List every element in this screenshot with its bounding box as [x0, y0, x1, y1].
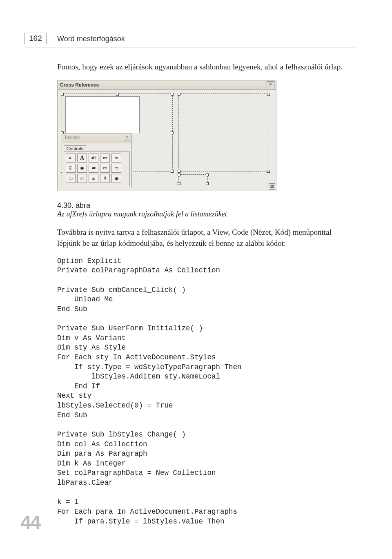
tool-spin-icon[interactable]: ⇕ [100, 174, 110, 183]
body-paragraph-2: Továbbra is nyitva tartva a felhasználói… [57, 227, 355, 249]
resize-handle[interactable] [171, 170, 174, 173]
tool-image-icon[interactable]: ▣ [111, 174, 121, 183]
listbox-placeholder[interactable] [65, 96, 140, 133]
running-head: Word mesterfogások [57, 35, 125, 43]
tool-option-icon[interactable]: ◉ [77, 164, 87, 173]
page-number: 162 [24, 33, 47, 44]
resize-handle[interactable] [116, 93, 119, 96]
toolbox-body: ▸ A abl ▭ ▭ ☑ ◉ ⇌ ▭ ▭ [64, 151, 130, 186]
resize-handle[interactable] [178, 174, 180, 176]
resize-handle[interactable] [267, 170, 270, 173]
tool-scrollbar-icon[interactable]: ≡ [89, 174, 98, 183]
tool-multipage-icon[interactable]: ▭ [77, 174, 87, 183]
form-design-canvas[interactable]: Toolbox × Controls ▸ A abl ▭ ▭ [60, 93, 274, 188]
intro-paragraph: Fontos, hogy ezek az eljárások ugyanabba… [57, 61, 355, 73]
resize-handle[interactable] [206, 174, 209, 176]
tool-checkbox-icon[interactable]: ☑ [66, 164, 76, 173]
resize-handle[interactable] [171, 131, 174, 134]
toolbox-palette[interactable]: Toolbox × Controls ▸ A abl ▭ ▭ [62, 134, 132, 188]
tool-row: ▸ A abl ▭ ▭ [66, 154, 128, 163]
tool-label-icon[interactable]: A [77, 154, 87, 163]
resize-handle[interactable] [267, 93, 270, 96]
code-listing: Option Explicit Private colParagraphData… [57, 256, 355, 527]
figure-caption-text: Az ufXrefs űrlapra magunk rajzolhatjuk f… [57, 210, 355, 218]
tool-row: ▭ ▭ ≡ ⇕ ▣ [66, 174, 128, 183]
window-resize-grip-icon[interactable]: ▨ [269, 183, 275, 190]
toolbox-title-text: Toolbox [64, 135, 80, 140]
tool-button-icon[interactable]: ▭ [111, 164, 121, 173]
selection-rect-3[interactable] [178, 174, 208, 184]
resize-handle[interactable] [61, 93, 64, 96]
tool-listbox-icon[interactable]: ▭ [111, 154, 121, 163]
figure-vb-form-designer: Cross Reference × [57, 80, 276, 191]
resize-handle[interactable] [171, 93, 174, 96]
header-divider [24, 47, 355, 47]
toolbox-titlebar: Toolbox × [62, 134, 131, 143]
resize-handle[interactable] [178, 93, 180, 96]
figure-caption-number: 4.30. ábra [57, 201, 355, 210]
close-icon[interactable]: × [267, 81, 274, 88]
tool-pointer-icon[interactable]: ▸ [66, 154, 76, 163]
window-title: Cross Reference [60, 82, 99, 88]
tool-textbox-icon[interactable]: abl [89, 154, 98, 163]
resize-handle[interactable] [178, 182, 180, 185]
tool-frame-icon[interactable]: ▭ [100, 164, 110, 173]
resize-handle[interactable] [206, 182, 209, 185]
window-titlebar: Cross Reference × [58, 80, 276, 90]
margin-index-number: 44 [20, 511, 40, 534]
tool-row: ☑ ◉ ⇌ ▭ ▭ [66, 164, 128, 173]
toolbox-tab-controls[interactable]: Controls [64, 145, 86, 151]
tool-combobox-icon[interactable]: ▭ [100, 154, 110, 163]
toolbox-close-icon[interactable]: × [124, 135, 130, 141]
tool-tabstrip-icon[interactable]: ▭ [66, 174, 76, 183]
tool-toggle-icon[interactable]: ⇌ [89, 164, 98, 173]
selection-rect-2[interactable] [178, 94, 269, 172]
resize-handle[interactable] [178, 170, 180, 173]
